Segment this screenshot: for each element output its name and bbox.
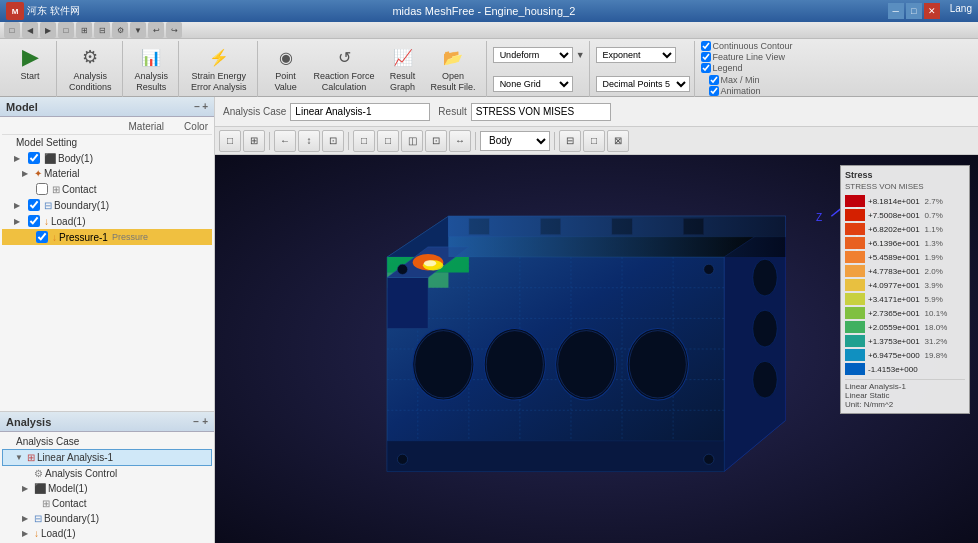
tree-boundary[interactable]: ▶ ⊟ Boundary(1) [2,197,212,213]
viewport[interactable]: Y X Z Stress STRESS VON MISES +8.1814e+0… [215,155,978,543]
undeform-select[interactable]: Undeform Deformed [493,47,573,63]
toolbar-icon-1[interactable]: □ [4,22,20,38]
vp-btn-ud[interactable]: ↕ [298,130,320,152]
svg-point-34 [753,259,778,296]
contact-check[interactable] [36,183,48,195]
analysis-boundary[interactable]: ▶ ⊟ Boundary(1) [2,511,212,526]
cb-value-text: +2.0559e+001 [868,323,920,332]
vp-btn-grid[interactable]: ⊡ [425,130,447,152]
continuous-contour-label: Continuous Contour [713,41,793,51]
titlebar: M 河东 软件网 midas MeshFree - Engine_housing… [0,0,978,22]
main-area: Model − + Material Color Model Setting [0,97,978,543]
vp-btn-sq2[interactable]: □ [377,130,399,152]
toolbar-icon-3[interactable]: ▶ [40,22,56,38]
vp-btn-lr[interactable]: ← [274,130,296,152]
body-select[interactable]: Body Face Edge [480,131,550,151]
vp-btn-extra3[interactable]: ⊠ [607,130,629,152]
analysis-plus[interactable]: + [202,416,208,427]
analysis-conditions-button[interactable]: ⚙ AnalysisConditions [65,41,116,95]
boundary-check[interactable] [28,199,40,211]
toolbar-icon-8[interactable]: ▼ [130,22,146,38]
analysis-minus[interactable]: − [193,416,199,427]
analysis-case-input[interactable] [290,103,430,121]
close-button[interactable]: ✕ [924,3,940,19]
legend-row: Legend [701,63,793,73]
vp-btn-box[interactable]: ⊡ [322,130,344,152]
vp-btn-extra2[interactable]: □ [583,130,605,152]
open-result-button[interactable]: 📂 OpenResult File. [427,41,480,95]
point-value-button[interactable]: ◉ PointValue [266,41,306,95]
exponent-select[interactable]: Exponent Fixed [596,47,676,63]
toolbar-top: □ ◀ ▶ □ ⊞ ⊟ ⚙ ▼ ↩ ↪ [0,22,978,39]
max-min-check[interactable] [709,75,719,85]
legend-check[interactable] [701,63,711,73]
vp-btn-extra1[interactable]: ⊟ [559,130,581,152]
col-material: Material [129,121,165,132]
toolbar-icon-2[interactable]: ◀ [22,22,38,38]
pressure-badge: Pressure [112,232,148,242]
start-button[interactable]: ▶ Start [10,41,50,84]
analysis-linear-1[interactable]: ▼ ⊞ Linear Analysis-1 [2,449,212,466]
reaction-force-button[interactable]: ↺ Reaction ForceCalculation [310,41,379,95]
feature-line-check[interactable] [701,52,711,62]
cb-color-swatch [845,237,865,249]
tree-contact[interactable]: ⊞ Contact [2,181,212,197]
vp-btn-rect[interactable]: □ [219,130,241,152]
panel-icon-pin[interactable]: − [194,101,200,112]
toolbar-icon-4[interactable]: □ [58,22,74,38]
cb-percent-text: 1.3% [925,239,943,248]
tree-body[interactable]: ▶ ⬛ Body(1) [2,150,212,166]
tree-model-setting[interactable]: Model Setting [2,135,212,150]
analysis-model[interactable]: ▶ ⬛ Model(1) [2,481,212,496]
analysis-results-button[interactable]: 📊 AnalysisResults [131,41,173,95]
tree-material[interactable]: ▶ ✦ Material [2,166,212,181]
model-tree: Material Color Model Setting ▶ ⬛ Body(1) [0,117,214,411]
app-menu-edit[interactable]: 软件网 [50,4,80,18]
toolbar-icon-10[interactable]: ↪ [166,22,182,38]
minimize-button[interactable]: ─ [888,3,904,19]
max-min-label: Max / Min [721,75,760,85]
tree-load[interactable]: ▶ ↓ Load(1) [2,213,212,229]
vp-btn-plus[interactable]: ⊞ [243,130,265,152]
body-check[interactable] [28,152,40,164]
toolbar-icon-9[interactable]: ↩ [148,22,164,38]
cb-value-text: +4.7783e+001 [868,267,920,276]
svg-marker-40 [448,216,785,257]
animation-check[interactable] [709,86,719,96]
maximize-button[interactable]: □ [906,3,922,19]
analysis-case-header[interactable]: Analysis Case [2,434,212,449]
none-grid-select[interactable]: None Grid Grid [493,76,573,92]
colorbar-footer-line: Unit: N/mm^2 [845,400,965,409]
continuous-contour-check[interactable] [701,41,711,51]
result-group: Result [438,103,610,121]
colorbar-entry-0: +8.1814e+001 2.7% [845,194,965,208]
toolbar-icon-6[interactable]: ⊟ [94,22,110,38]
strain-energy-button[interactable]: ⚡ Strain EnergyError Analysis [187,41,251,95]
vp-btn-split[interactable]: ◫ [401,130,423,152]
pressure-check[interactable] [36,231,48,243]
app-menu-file[interactable]: 河东 [27,4,47,18]
colorbar-entry-5: +4.7783e+001 2.0% [845,264,965,278]
toolbar-icon-7[interactable]: ⚙ [112,22,128,38]
result-graph-button[interactable]: 📈 ResultGraph [383,41,423,95]
colorbar: Stress STRESS VON MISES +8.1814e+001 2.7… [840,165,970,414]
svg-point-16 [413,329,474,400]
analysis-contact-label: Contact [52,498,86,509]
panel-icon-expand[interactable]: + [202,101,208,112]
analysis-load[interactable]: ▶ ↓ Load(1) [2,526,212,541]
svg-point-17 [484,329,545,400]
vp-btn-hrz[interactable]: ↔ [449,130,471,152]
toolbar-icon-5[interactable]: ⊞ [76,22,92,38]
decimal-select[interactable]: Decimal Points 5 Decimal Points 3 [596,76,690,92]
load-check[interactable] [28,215,40,227]
material-icon: ✦ [34,168,42,179]
svg-text:Z: Z [816,212,822,223]
analysis-control[interactable]: ⚙ Analysis Control [2,466,212,481]
cb-color-swatch [845,363,865,375]
analysis-contact[interactable]: ⊞ Contact [2,496,212,511]
legend-label: Legend [713,63,743,73]
window-controls[interactable]: ─ □ ✕ Lang [888,3,972,19]
tree-pressure[interactable]: ↓ Pressure-1 Pressure [2,229,212,245]
vp-btn-sq[interactable]: □ [353,130,375,152]
result-input[interactable] [471,103,611,121]
